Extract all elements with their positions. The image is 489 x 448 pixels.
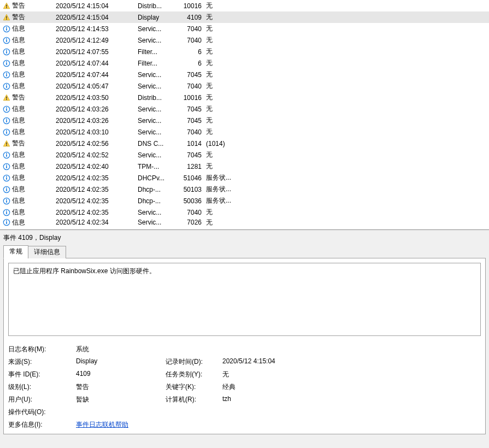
info-icon xyxy=(2,218,11,227)
event-row[interactable]: 信息2020/5/12 4:02:52Servic...7045无 xyxy=(0,149,489,161)
event-row[interactable]: 信息2020/5/12 4:07:44Filter...6无 xyxy=(0,57,489,69)
event-level: 信息 xyxy=(12,162,56,171)
event-row[interactable]: 信息2020/5/12 4:02:35Dhcp-...50036服务状... xyxy=(0,195,489,207)
event-source: Distrib... xyxy=(138,2,173,10)
event-source: Servic... xyxy=(138,37,173,44)
value-source: Display xyxy=(76,357,163,367)
event-id: 7045 xyxy=(173,151,206,159)
event-source: Filter... xyxy=(138,60,173,67)
event-row[interactable]: 信息2020/5/12 4:07:44Servic...7045无 xyxy=(0,69,489,80)
tab-bar: 常规 详细信息 xyxy=(3,246,486,258)
event-source: Distrib... xyxy=(138,94,173,102)
event-category: 无 xyxy=(206,104,250,114)
event-id: 1014 xyxy=(173,140,206,148)
event-row[interactable]: 警告2020/5/12 4:15:04Distrib...10016无 xyxy=(0,0,489,11)
event-id: 6 xyxy=(173,60,206,67)
event-row[interactable]: 信息2020/5/12 4:02:35Servic...7040无 xyxy=(0,207,489,218)
event-category: 无 xyxy=(206,93,250,102)
event-source: Servic... xyxy=(138,151,173,159)
event-source: TPM-... xyxy=(138,163,173,170)
event-row[interactable]: 信息2020/5/12 4:03:26Servic...7045无 xyxy=(0,103,489,115)
event-level: 信息 xyxy=(12,127,56,137)
info-icon xyxy=(2,105,11,114)
event-datetime: 2020/5/12 4:02:35 xyxy=(56,197,138,205)
info-icon xyxy=(2,185,11,194)
value-user: 暂缺 xyxy=(76,395,163,404)
event-level: 信息 xyxy=(12,208,56,217)
event-datetime: 2020/5/12 4:14:53 xyxy=(56,25,138,33)
event-source: Servic... xyxy=(138,105,173,113)
event-level: 信息 xyxy=(12,116,56,125)
event-datetime: 2020/5/12 4:07:44 xyxy=(56,60,138,67)
event-level: 信息 xyxy=(12,70,56,79)
event-message: 已阻止应用程序 RainbowSix.exe 访问图形硬件。 xyxy=(8,263,481,336)
info-icon xyxy=(2,25,11,33)
event-row[interactable]: 警告2020/5/12 4:02:56DNS C...1014(1014) xyxy=(0,138,489,149)
label-source: 来源(S): xyxy=(8,357,74,367)
detail-properties: 日志名称(M): 系统 来源(S): Display 记录时间(D): 2020… xyxy=(8,345,481,429)
event-category: 无 xyxy=(206,116,250,125)
event-category: 无 xyxy=(206,127,250,137)
info-icon xyxy=(2,116,11,125)
event-category: 无 xyxy=(206,58,250,68)
event-row[interactable]: 信息2020/5/12 4:03:10Servic...7040无 xyxy=(0,126,489,138)
info-icon xyxy=(2,174,11,182)
event-row[interactable]: 信息2020/5/12 4:14:53Servic...7040无 xyxy=(0,23,489,34)
event-source: Servic... xyxy=(138,209,173,216)
event-datetime: 2020/5/12 4:02:56 xyxy=(56,140,138,148)
event-level: 信息 xyxy=(12,24,56,33)
event-id: 7026 xyxy=(173,219,206,226)
event-log-online-help-link[interactable]: 事件日志联机帮助 xyxy=(76,421,128,428)
event-id: 10016 xyxy=(173,2,206,10)
value-level: 警告 xyxy=(76,382,163,392)
event-level: 信息 xyxy=(12,218,56,227)
event-row[interactable]: 信息2020/5/12 4:03:26Servic...7045无 xyxy=(0,115,489,126)
event-id: 50103 xyxy=(173,186,206,193)
info-icon xyxy=(2,70,11,79)
event-datetime: 2020/5/12 4:15:04 xyxy=(56,14,138,21)
label-level: 级别(L): xyxy=(8,382,74,392)
label-logged: 记录时间(D): xyxy=(166,357,220,367)
value-opcode xyxy=(76,408,163,417)
event-level: 信息 xyxy=(12,196,56,205)
event-row[interactable]: 警告2020/5/12 4:15:04Display4109无 xyxy=(0,11,489,23)
event-level: 信息 xyxy=(12,150,56,160)
event-datetime: 2020/5/12 4:03:50 xyxy=(56,94,138,102)
info-icon xyxy=(2,128,11,137)
event-row[interactable]: 警告2020/5/12 4:03:50Distrib...10016无 xyxy=(0,92,489,103)
event-row[interactable]: 信息2020/5/12 4:02:35DHCPv...51046服务状... xyxy=(0,172,489,184)
event-category: 无 xyxy=(206,36,250,45)
label-user: 用户(U): xyxy=(8,395,74,404)
event-row[interactable]: 信息2020/5/12 4:02:35Dhcp-...50103服务状... xyxy=(0,184,489,195)
event-row[interactable]: 信息2020/5/12 4:12:49Servic...7040无 xyxy=(0,34,489,46)
event-category: 无 xyxy=(206,150,250,160)
warning-icon xyxy=(2,139,11,148)
event-level: 警告 xyxy=(12,1,56,10)
event-row[interactable]: 信息2020/5/12 4:02:40TPM-...1281无 xyxy=(0,161,489,172)
value-eventid: 4109 xyxy=(76,370,163,379)
event-source: Dhcp-... xyxy=(138,197,173,205)
event-level: 信息 xyxy=(12,173,56,182)
event-category: (1014) xyxy=(206,140,250,148)
label-moreinfo: 更多信息(I): xyxy=(8,420,74,429)
event-source: Servic... xyxy=(138,219,173,226)
event-row[interactable]: 信息2020/5/12 4:05:47Servic...7040无 xyxy=(0,80,489,92)
info-icon xyxy=(2,48,11,56)
event-id: 7040 xyxy=(173,25,206,33)
event-source: Servic... xyxy=(138,117,173,125)
event-source: Servic... xyxy=(138,71,173,79)
label-eventid: 事件 ID(E): xyxy=(8,370,74,379)
event-datetime: 2020/5/12 4:07:55 xyxy=(56,48,138,56)
event-level: 信息 xyxy=(12,36,56,45)
tab-details[interactable]: 详细信息 xyxy=(28,246,66,258)
event-datetime: 2020/5/12 4:02:35 xyxy=(56,174,138,182)
warning-icon xyxy=(2,13,11,22)
event-category: 无 xyxy=(206,81,250,91)
tab-general[interactable]: 常规 xyxy=(3,245,28,258)
label-logname: 日志名称(M): xyxy=(8,345,74,354)
event-row[interactable]: 信息2020/5/12 4:07:55Filter...6无 xyxy=(0,46,489,57)
event-datetime: 2020/5/12 4:02:35 xyxy=(56,209,138,216)
event-row[interactable]: 信息2020/5/12 4:02:34Servic...7026无 xyxy=(0,218,489,227)
event-source: Servic... xyxy=(138,82,173,90)
event-id: 7040 xyxy=(173,128,206,136)
